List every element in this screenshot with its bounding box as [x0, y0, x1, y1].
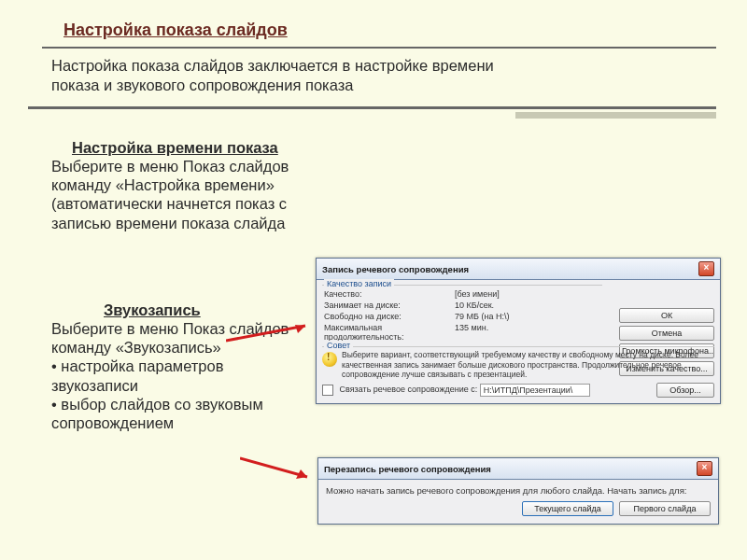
tip-text: Выберите вариант, соответствующий требуе… [342, 350, 714, 380]
free-space-row: Свободно на диске:79 МБ (на Н:\) [322, 311, 602, 322]
link-path-field[interactable]: Н:\ИТПД\Презентации\ [480, 384, 590, 397]
quality-group-label: Качество записи [324, 279, 394, 288]
ok-button[interactable]: ОК [619, 308, 714, 323]
dialog2-body-text: Можно начать запись речевого сопровожден… [326, 485, 711, 496]
dialog2-title: Перезапись речевого сопровождения [324, 464, 491, 474]
dialog1-titlebar[interactable]: Запись речевого сопровождения × [317, 259, 720, 280]
close-icon[interactable]: × [697, 461, 712, 476]
link-checkbox[interactable] [322, 385, 333, 396]
tip-group: Совет Выберите вариант, соответствующий … [322, 346, 714, 380]
cancel-button[interactable]: Отмена [619, 326, 714, 341]
svg-marker-3 [296, 469, 307, 479]
link-path-row: Связать речевое сопровождение с: Н:\ИТПД… [322, 383, 714, 398]
timing-section: Настройка времени показа Выберите в меню… [51, 138, 294, 232]
timing-body: Выберите в меню Показ слайдов команду «Н… [51, 158, 289, 231]
divider-top [42, 47, 716, 49]
recording-body: Выберите в меню Показ слайдов команду «З… [51, 320, 289, 356]
lightbulb-icon [322, 352, 337, 367]
close-icon[interactable]: × [698, 261, 714, 276]
recording-heading: Звукозапись [104, 301, 294, 319]
divider-mid [28, 106, 716, 109]
svg-line-2 [240, 458, 307, 477]
svg-marker-1 [295, 325, 305, 333]
browse-button[interactable]: Обзор... [656, 383, 714, 398]
recording-bullet-1: • настройка параметров звукозаписи [51, 357, 223, 393]
current-slide-button[interactable]: Текущего слайда [522, 501, 613, 516]
first-slide-button[interactable]: Первого слайда [619, 501, 711, 516]
record-narration-dialog: Запись речевого сопровождения × Качество… [316, 258, 721, 404]
divider-accent [515, 112, 716, 119]
arrow-to-dialog2 [240, 455, 319, 483]
timing-heading: Настройка времени показа [72, 138, 294, 157]
link-checkbox-label: Связать речевое сопровождение с: [340, 385, 478, 394]
disk-per-sec-row: Занимает на диске:10 КБ/сек. [322, 300, 602, 311]
max-duration-row: Максимальная продолжительность:135 мин. [322, 322, 602, 343]
dialog2-titlebar[interactable]: Перезапись речевого сопровождения × [318, 458, 718, 480]
recording-section: Звукозапись Выберите в меню Показ слайдо… [51, 301, 294, 432]
recording-bullet-2: • выбор слайдов со звуковым сопровождени… [51, 396, 263, 431]
tip-label: Совет [324, 341, 353, 351]
intro-text: Настройка показа слайдов заключается в н… [51, 56, 537, 94]
page-title: Настройка показа слайдов [63, 21, 288, 40]
quality-group: Качество записи Качество:[без имени] Зан… [322, 285, 602, 343]
quality-row: Качество:[без имени] [322, 288, 602, 300]
dialog1-title: Запись речевого сопровождения [322, 264, 469, 274]
rerecord-narration-dialog: Перезапись речевого сопровождения × Можн… [317, 457, 719, 525]
